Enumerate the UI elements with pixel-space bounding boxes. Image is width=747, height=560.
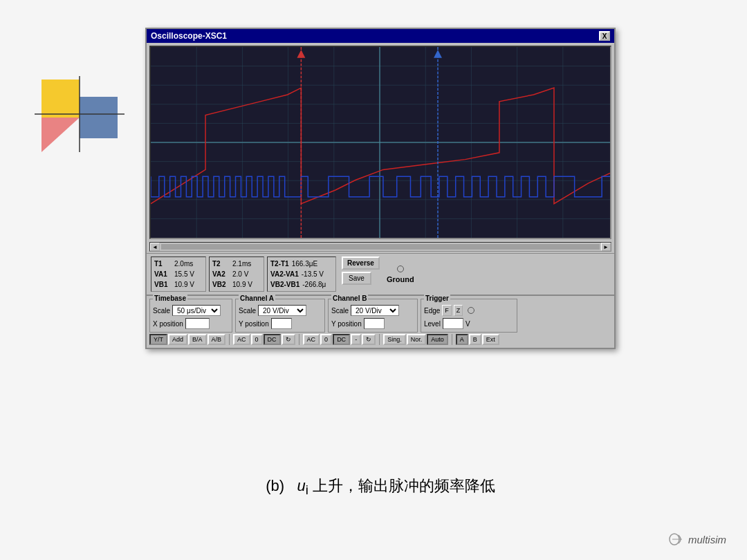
- cha-0-btn[interactable]: 0: [251, 334, 263, 345]
- chb-scale-select[interactable]: 20 V/Div: [351, 305, 399, 316]
- channel-a-label: Channel A: [239, 295, 275, 302]
- ground-label: Ground: [387, 275, 414, 283]
- trigger-z-btn[interactable]: Z: [454, 305, 463, 316]
- va2-value: 2.0 V: [232, 269, 248, 279]
- btn-add[interactable]: Add: [168, 334, 187, 345]
- vb2vb1-label: VB2-VB1: [270, 279, 299, 290]
- va1-label: VA1: [154, 269, 172, 279]
- logo-area: [35, 76, 124, 152]
- btn-ba[interactable]: B/A: [188, 334, 207, 345]
- cha-ypos-input[interactable]: 1.0: [271, 318, 292, 329]
- xposition-input[interactable]: 0.0: [185, 318, 210, 329]
- caption-text: 上升，输出脉冲的频率降低: [313, 477, 495, 494]
- t1-label: T1: [154, 259, 172, 269]
- chb-ac-btn[interactable]: AC: [303, 334, 320, 345]
- va2-label: VA2: [212, 269, 230, 279]
- multisim-text: multisim: [688, 534, 726, 545]
- multisim-icon: [669, 532, 685, 546]
- caption-ui: u: [297, 477, 305, 494]
- svg-marker-2: [80, 97, 118, 138]
- svg-marker-1: [42, 118, 80, 152]
- chb-minus-btn[interactable]: -: [351, 334, 361, 345]
- caption: (b) ui 上升，输出脉冲的频率降低: [145, 476, 616, 498]
- measurements-panel: T1 2.0ms VA1 15.5 V VB1 10.9 V T2 2.1ms …: [147, 253, 614, 295]
- svg-rect-0: [42, 80, 80, 118]
- trig-sing-btn[interactable]: Sing.: [383, 334, 406, 345]
- trigger-edge-label: Edge: [424, 307, 440, 315]
- chb-ypos-label: Y position: [331, 320, 362, 328]
- chb-reset-btn[interactable]: ↻: [362, 334, 376, 345]
- trigger-level-unit: V: [465, 320, 470, 328]
- close-button[interactable]: X: [599, 31, 610, 41]
- oscilloscope-window: Oscilloscope-XSC1 X: [145, 28, 616, 349]
- btn-yt[interactable]: Y/T: [149, 334, 167, 345]
- scrollbar-track: [161, 244, 600, 250]
- caption-i: i: [306, 483, 308, 497]
- scroll-left-arrow[interactable]: ◄: [150, 243, 160, 251]
- titlebar: Oscilloscope-XSC1 X: [147, 29, 614, 43]
- t2t1-label: T2-T1: [270, 259, 289, 269]
- timebase-scale-select[interactable]: 50 μs/Div: [172, 305, 221, 316]
- cha-scale-label: Scale: [239, 307, 256, 315]
- titlebar-text: Oscilloscope-XSC1: [151, 31, 227, 41]
- vb2vb1-value: -266.8μ: [302, 279, 326, 290]
- vb1-value: 10.9 V: [174, 279, 194, 290]
- ground-radio[interactable]: [397, 265, 404, 272]
- trigger-level-label: Level: [424, 320, 441, 328]
- va1-value: 15.5 V: [174, 269, 194, 279]
- trig-nor-btn[interactable]: Nor.: [407, 334, 427, 345]
- waveform-svg: [151, 47, 610, 238]
- trig-src-a-btn[interactable]: A: [456, 334, 468, 345]
- timebase-scale-label: Scale: [153, 307, 170, 315]
- cha-reset-btn[interactable]: ↻: [282, 334, 295, 345]
- trigger-level-input[interactable]: 0: [443, 318, 463, 329]
- multisim-logo: multisim: [669, 532, 726, 546]
- chb-scale-label: Scale: [331, 307, 349, 315]
- channel-b-label: Channel B: [331, 295, 368, 302]
- controls-section: Timebase Scale 50 μs/Div X position 0.0 …: [147, 295, 614, 348]
- cha-ac-btn[interactable]: AC: [233, 334, 250, 345]
- chb-ypos-input[interactable]: -0.8: [364, 318, 385, 329]
- trig-auto-btn[interactable]: Auto: [427, 334, 448, 345]
- t1-value: 2.0ms: [174, 259, 193, 269]
- vb1-label: VB1: [154, 279, 172, 290]
- t2-label: T2: [212, 259, 230, 269]
- va2va1-label: VA2-VA1: [270, 269, 299, 279]
- chb-0-btn[interactable]: 0: [320, 334, 332, 345]
- save-button[interactable]: Save: [342, 272, 371, 285]
- meas-diff-group: T2-T1 166.3μE VA2-VA1 -13.5 V VB2-VB1 -2…: [267, 256, 336, 292]
- trigger-radio[interactable]: [468, 307, 474, 314]
- waveform-display: [149, 46, 611, 239]
- trigger-f-btn[interactable]: F: [442, 305, 452, 316]
- trig-src-ext-btn[interactable]: Ext: [482, 334, 499, 345]
- va2va1-value: -13.5 V: [302, 269, 324, 279]
- cha-scale-select[interactable]: 20 V/Div: [258, 305, 306, 316]
- reverse-button[interactable]: Reverse: [342, 256, 380, 270]
- trig-src-b-btn[interactable]: B: [469, 334, 481, 345]
- btn-ab[interactable]: A/B: [208, 334, 226, 345]
- timebase-label: Timebase: [153, 295, 187, 302]
- vb2-label: VB2: [212, 279, 230, 290]
- vb2-value: 10.9 V: [232, 279, 252, 290]
- cha-ypos-label: Y position: [239, 320, 269, 328]
- t2t1-value: 166.3μE: [292, 259, 317, 269]
- scroll-right-arrow[interactable]: ►: [601, 243, 611, 251]
- trigger-label: Trigger: [424, 295, 450, 302]
- t2-value: 2.1ms: [232, 259, 251, 269]
- display-scrollbar[interactable]: ◄ ►: [149, 242, 611, 252]
- cha-dc-btn[interactable]: DC: [264, 334, 281, 345]
- meas-t1-group: T1 2.0ms VA1 15.5 V VB1 10.9 V: [151, 256, 206, 292]
- chb-dc-btn[interactable]: DC: [333, 334, 350, 345]
- meas-t2-group: T2 2.1ms VA2 2.0 V VB2 10.9 V: [209, 256, 264, 292]
- xposition-label: X position: [153, 320, 183, 328]
- caption-b: (b): [266, 477, 284, 494]
